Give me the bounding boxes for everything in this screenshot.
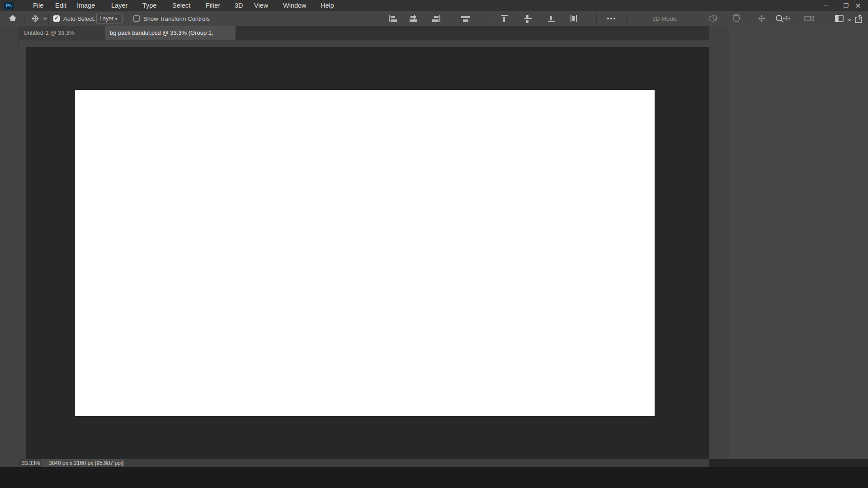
svg-text:3D Mode:: 3D Mode: <box>652 15 678 22</box>
